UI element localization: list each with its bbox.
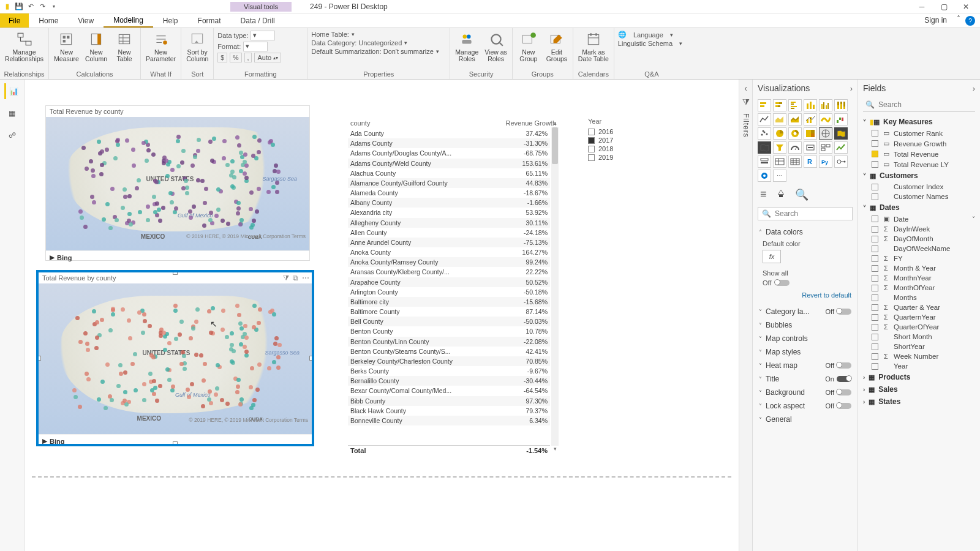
options-icon[interactable]: ⋯ xyxy=(302,274,309,282)
viz-slicer[interactable] xyxy=(758,156,771,168)
viz-map[interactable] xyxy=(819,127,832,140)
slicer-option[interactable]: 2017 xyxy=(588,136,662,144)
field-checkbox[interactable] xyxy=(872,304,878,311)
table-row[interactable]: Ada County37.42% xyxy=(348,129,550,138)
viz-shape-map[interactable] xyxy=(758,141,771,154)
viz-r-visual[interactable]: R xyxy=(804,156,817,168)
revert-link[interactable]: Revert to default xyxy=(753,289,858,302)
field-dayinweek[interactable]: ΣDayInWeek xyxy=(858,224,980,234)
model-view-icon[interactable]: ☍ xyxy=(4,127,20,143)
background-section[interactable]: ˅BackgroundOff xyxy=(759,386,851,399)
field-checkbox[interactable] xyxy=(872,130,878,137)
viz-pie[interactable] xyxy=(773,127,786,140)
field-monthnyear[interactable]: ΣMonthnYear xyxy=(858,273,980,283)
title-section[interactable]: ˅TitleOn xyxy=(759,372,851,386)
signin-link[interactable]: Sign in xyxy=(918,13,953,28)
default-color-picker[interactable]: fx xyxy=(763,250,781,263)
field-total-revenue-ly[interactable]: ▭Total Revenue LY xyxy=(858,159,980,170)
field-checkbox[interactable] xyxy=(872,285,878,291)
table-row[interactable]: Baltimore city-15.68% xyxy=(348,297,550,307)
new-column-button[interactable]: New Column xyxy=(84,29,108,64)
map-visual-top[interactable]: Total Revenue by county UNITED STATES ME… xyxy=(45,105,310,261)
viz-kpi[interactable] xyxy=(834,141,848,154)
slicer-option[interactable]: 2019 xyxy=(588,153,662,162)
view-as-roles-button[interactable]: View as Roles xyxy=(483,29,508,64)
field-checkbox[interactable] xyxy=(872,343,878,350)
field-months[interactable]: Months xyxy=(858,293,980,302)
field-week-number[interactable]: ΣWeek Number xyxy=(858,351,980,361)
fields-table-products[interactable]: ›▦Products xyxy=(858,371,980,383)
new-group-button[interactable]: New Group xyxy=(516,29,541,64)
menu-tab-view[interactable]: View xyxy=(68,13,104,28)
viz-table[interactable] xyxy=(773,156,786,168)
datacat-dropdown[interactable]: ▾ xyxy=(404,40,407,46)
hometable-dropdown[interactable]: ▾ xyxy=(352,31,355,37)
table-scrollbar[interactable]: ▴▾ xyxy=(551,127,559,446)
currency-button[interactable]: $ xyxy=(217,53,227,62)
save-icon[interactable]: 💾 xyxy=(14,2,24,12)
table-row[interactable]: Albany County-1.66% xyxy=(348,198,550,208)
manage-roles-button[interactable]: Manage Roles xyxy=(454,29,480,64)
fields-tab-icon[interactable]: ≡ xyxy=(760,188,767,202)
field-monthofyear[interactable]: ΣMonthOfYear xyxy=(858,283,980,293)
new-parameter-button[interactable]: New Parameter xyxy=(145,29,177,64)
decimal-auto[interactable]: Auto ▴▾ xyxy=(254,53,281,62)
qat-dropdown-icon[interactable]: ▾ xyxy=(49,2,59,12)
table-row[interactable]: Bexar County/Comal County/Med...-64.54% xyxy=(348,386,550,395)
field-revenue-growth[interactable]: ▭Revenue Growth xyxy=(858,138,980,149)
field-checkbox[interactable] xyxy=(872,314,878,321)
viz-stacked-bar-h[interactable] xyxy=(773,99,786,111)
table-row[interactable]: Alameda County-18.67% xyxy=(348,188,550,198)
viz-stacked-bar[interactable] xyxy=(758,99,771,111)
menu-tab-help[interactable]: Help xyxy=(153,13,188,28)
manage-relationships-button[interactable]: Manage Relationships xyxy=(4,29,45,64)
table-row[interactable]: Bell County-50.03% xyxy=(348,317,550,326)
year-slicer[interactable]: Year 2016201720182019 xyxy=(588,118,662,162)
field-shortyear[interactable]: ShortYear xyxy=(858,342,980,351)
viz-stacked-area[interactable] xyxy=(788,113,802,126)
slicer-option[interactable]: 2016 xyxy=(588,127,662,136)
viz-more[interactable]: ⋯ xyxy=(773,170,786,182)
map-styles-section[interactable]: ˅Map styles xyxy=(759,345,851,359)
field-checkbox[interactable] xyxy=(872,363,878,370)
field-checkbox[interactable] xyxy=(872,216,878,222)
close-button[interactable]: ✕ xyxy=(956,1,976,12)
format-dropdown[interactable]: ▾ xyxy=(243,42,268,51)
file-tab[interactable]: File xyxy=(0,13,29,28)
mark-date-button[interactable]: Mark as Date Table xyxy=(577,29,610,64)
general-section[interactable]: ˅General xyxy=(759,413,851,426)
new-table-button[interactable]: New Table xyxy=(112,29,137,64)
table-row[interactable]: Benton County/Stearns County/S...42.41% xyxy=(348,347,550,356)
comma-button[interactable]: , xyxy=(244,53,252,62)
field-dayofmonth[interactable]: ΣDayOfMonth xyxy=(858,234,980,244)
linguistic-schema-dropdown[interactable]: Linguistic Schema ▾ xyxy=(618,40,685,47)
field-checkbox[interactable] xyxy=(872,184,878,190)
category-labels-section[interactable]: ˅Category la...Off xyxy=(759,305,851,318)
table-row[interactable]: Bibb County97.30% xyxy=(348,396,550,406)
menu-tab-modeling[interactable]: Modeling xyxy=(104,13,153,28)
field-checkbox[interactable] xyxy=(872,255,878,262)
table-row[interactable]: Bonneville County6.34% xyxy=(348,416,550,425)
chevron-right-icon[interactable]: › xyxy=(850,84,853,93)
field-customer-index[interactable]: Customer Index xyxy=(858,182,980,192)
viz-combo[interactable] xyxy=(804,113,817,126)
field-checkbox[interactable] xyxy=(872,353,878,360)
field-dayofweekname[interactable]: DayOfWeekName xyxy=(858,244,980,253)
new-measure-button[interactable]: New Measure xyxy=(53,29,80,64)
field-checkbox[interactable] xyxy=(872,324,878,331)
viz-treemap[interactable] xyxy=(804,127,817,140)
viz-area[interactable] xyxy=(773,113,786,126)
table-row[interactable]: Berks County-9.67% xyxy=(348,366,550,376)
field-checkbox[interactable] xyxy=(872,151,878,157)
field-customer-rank[interactable]: ▭Customer Rank xyxy=(858,128,980,138)
field-checkbox[interactable] xyxy=(872,334,878,340)
viz-line[interactable] xyxy=(758,113,771,126)
edit-groups-button[interactable]: Edit Groups xyxy=(545,29,569,64)
table-row[interactable]: Arlington County-50.18% xyxy=(348,287,550,297)
chevron-down-icon[interactable]: ˅ xyxy=(972,216,975,222)
field-total-revenue[interactable]: ▭Total Revenue xyxy=(858,149,980,159)
table-row[interactable]: Alachua County65.11% xyxy=(348,168,550,178)
field-checkbox[interactable] xyxy=(872,246,878,252)
field-fy[interactable]: ΣFY xyxy=(858,253,980,263)
undo-icon[interactable]: ↶ xyxy=(26,2,36,12)
